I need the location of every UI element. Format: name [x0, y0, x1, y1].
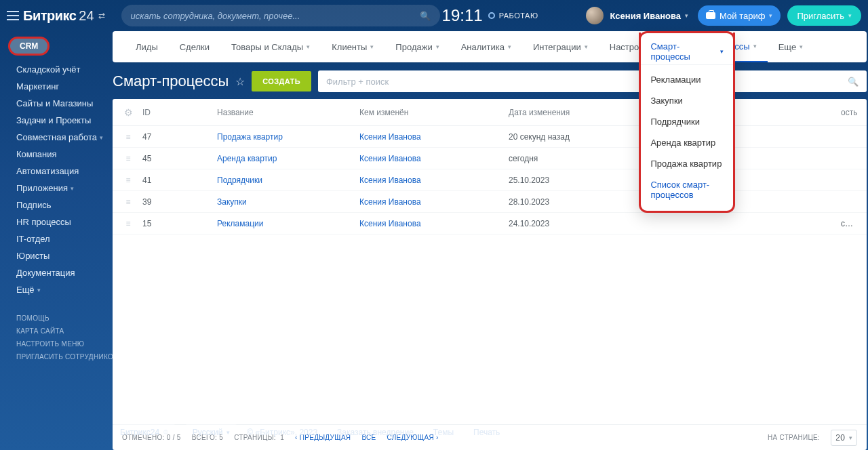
filter-search[interactable]: 🔍 [318, 70, 867, 92]
star-icon[interactable]: ☆ [235, 75, 245, 88]
sidebar-item[interactable]: Документация [0, 264, 113, 281]
tab[interactable]: Аналитика▾ [450, 31, 522, 62]
swap-icon[interactable]: ⇄ [98, 11, 105, 20]
clock: 19:11 [442, 6, 483, 25]
th-name[interactable]: Название [213, 108, 355, 117]
cell-by[interactable]: Ксения Иванова [355, 219, 505, 228]
sidebar-item[interactable]: Юристы [0, 247, 113, 264]
invite-label: Пригласить [797, 11, 844, 21]
tab-label: Интеграции [533, 42, 581, 52]
table-row[interactable]: ≡45Аренда квартирКсения Ивановасегодня [113, 148, 867, 169]
sidebar-item[interactable]: Подпись [0, 197, 113, 213]
chevron-down-icon: ▾ [226, 429, 230, 436]
chevron-down-icon: ▾ [769, 12, 772, 19]
cell-by[interactable]: Ксения Иванова [355, 197, 505, 207]
shell: CRM Складской учётМаркетингСайты и Магаз… [0, 31, 868, 450]
dropdown-item[interactable]: Рекламации [641, 69, 733, 90]
cell-name[interactable]: Рекламации [213, 219, 355, 228]
dropdown-item[interactable]: Аренда квартир [641, 132, 733, 153]
sidebar-item[interactable]: Приложения▾ [0, 180, 113, 197]
crm-tabs: ЛидыСделкиТовары и Склады▾Клиенты▾Продаж… [113, 31, 867, 62]
cell-by[interactable]: Ксения Иванова [355, 132, 505, 142]
sidebar-sub-item[interactable]: ПОМОЩЬ [0, 312, 113, 325]
tab-label: Аналитика [461, 42, 505, 52]
drag-handle-icon[interactable]: ≡ [118, 197, 138, 207]
sidebar-item[interactable]: Совместная работа▾ [0, 129, 113, 146]
cell-name[interactable]: Продажа квартир [213, 132, 355, 142]
sidebar-sub-item[interactable]: НАСТРОИТЬ МЕНЮ [0, 338, 113, 350]
table-row[interactable]: ≡41ПодрядчикиКсения Иванова25.10.2023 [113, 169, 867, 191]
sidebar-item[interactable]: Сайты и Магазины [0, 95, 113, 112]
footer-brand-box[interactable]: Битрикс24© [113, 424, 176, 441]
dropdown-tab-header[interactable]: Смарт-процессы ▾ [641, 38, 733, 65]
global-search-input[interactable] [131, 11, 420, 21]
tab[interactable]: Клиенты▾ [321, 31, 384, 62]
crm-badge[interactable]: CRM [8, 37, 50, 56]
cell-name[interactable]: Аренда квартир [213, 154, 355, 163]
footer-lang-select[interactable]: Русский ▾ [185, 424, 238, 441]
dropdown-accent-item[interactable]: Список смарт-процессов [641, 174, 733, 205]
drag-handle-icon[interactable]: ≡ [118, 154, 138, 163]
chevron-down-icon: ▾ [848, 12, 852, 19]
chevron-down-icon: ▾ [100, 134, 103, 141]
drag-handle-icon[interactable]: ≡ [118, 219, 138, 228]
sidebar-item[interactable]: IT-отдел [0, 230, 113, 247]
sidebar-item[interactable]: Складской учёт [0, 61, 113, 78]
tariff-button[interactable]: Мой тариф ▾ [698, 5, 781, 26]
tab[interactable]: Сделки [169, 31, 220, 62]
tab[interactable]: Лиды [125, 31, 169, 62]
sidebar-item-label: Совместная работа [16, 132, 97, 142]
footer-link[interactable]: Заказать внедрение [337, 428, 414, 437]
sidebar-item-label: Документация [16, 268, 75, 278]
cell-by[interactable]: Ксения Иванова [355, 176, 505, 185]
user-name[interactable]: Ксения Иванова [610, 11, 682, 21]
drag-handle-icon[interactable]: ≡ [118, 176, 138, 185]
tab[interactable]: Интеграции▾ [522, 31, 599, 62]
sidebar-item[interactable]: HR процессы [0, 213, 113, 230]
table-row[interactable]: ≡47Продажа квартирКсения Иванова20 секун… [113, 126, 867, 148]
sidebar-sub-item[interactable]: КАРТА САЙТА [0, 325, 113, 338]
chevron-down-icon: ▾ [307, 43, 310, 50]
sidebar-sub-item[interactable]: ПРИГЛАСИТЬ СОТРУДНИКОВ [0, 350, 113, 363]
sidebar-item[interactable]: Задачи и Проекты [0, 112, 113, 129]
tab[interactable]: Продажи▾ [384, 31, 450, 62]
tab[interactable]: Еще▾ [768, 31, 814, 62]
hamburger-icon[interactable] [7, 11, 19, 20]
tab[interactable]: Товары и Склады▾ [220, 31, 321, 62]
dropdown-item[interactable]: Закупки [641, 90, 733, 111]
th-id[interactable]: ID [138, 108, 213, 117]
dropdown-tab-label: Смарт-процессы [650, 41, 716, 62]
global-search[interactable]: 🔍 [121, 5, 440, 26]
drag-handle-icon[interactable]: ≡ [118, 132, 138, 142]
data-table: ⚙ ID Название Кем изменён Дата изменения… [113, 99, 867, 450]
avatar[interactable] [586, 7, 604, 24]
th-by[interactable]: Кем изменён [355, 108, 505, 117]
sidebar-item-label: Складской учёт [16, 64, 81, 75]
cell-by[interactable]: Ксения Иванова [355, 154, 505, 163]
chevron-down-icon: ▾ [71, 185, 74, 192]
sidebar-item[interactable]: Компания [0, 146, 113, 163]
cell-name[interactable]: Подрядчики [213, 176, 355, 185]
create-button[interactable]: СОЗДАТЬ [252, 71, 311, 91]
chevron-down-icon: ▾ [370, 43, 374, 50]
cell-name[interactable]: Закупки [213, 197, 355, 207]
sidebar-item[interactable]: Маркетинг [0, 78, 113, 95]
status-text[interactable]: РАБОТАЮ [499, 12, 538, 20]
search-icon: 🔍 [420, 11, 431, 21]
table-row[interactable]: ≡15РекламацииКсения Иванова24.10.2023сег… [113, 213, 867, 234]
chevron-down-icon: ▾ [800, 43, 803, 50]
main: ЛидыСделкиТовары и Склады▾Клиенты▾Продаж… [113, 31, 868, 450]
table-row[interactable]: ≡39ЗакупкиКсения Иванова28.10.2023 [113, 191, 867, 213]
chevron-down-icon[interactable]: ▾ [685, 12, 688, 19]
sidebar-item[interactable]: Автоматизация [0, 163, 113, 180]
filter-input[interactable] [326, 77, 848, 87]
dropdown-item[interactable]: Продажа квартир [641, 153, 733, 174]
th-extra[interactable]: ость [837, 108, 861, 117]
sidebar-item[interactable]: Ещё▾ [0, 281, 113, 298]
gear-icon[interactable]: ⚙ [118, 107, 138, 118]
invite-button[interactable]: Пригласить ▾ [787, 5, 861, 26]
chevron-down-icon: ▾ [436, 43, 439, 50]
footer-link[interactable]: Темы [433, 428, 454, 437]
footer-link[interactable]: Печать [473, 428, 500, 437]
dropdown-item[interactable]: Подрядчики [641, 111, 733, 132]
